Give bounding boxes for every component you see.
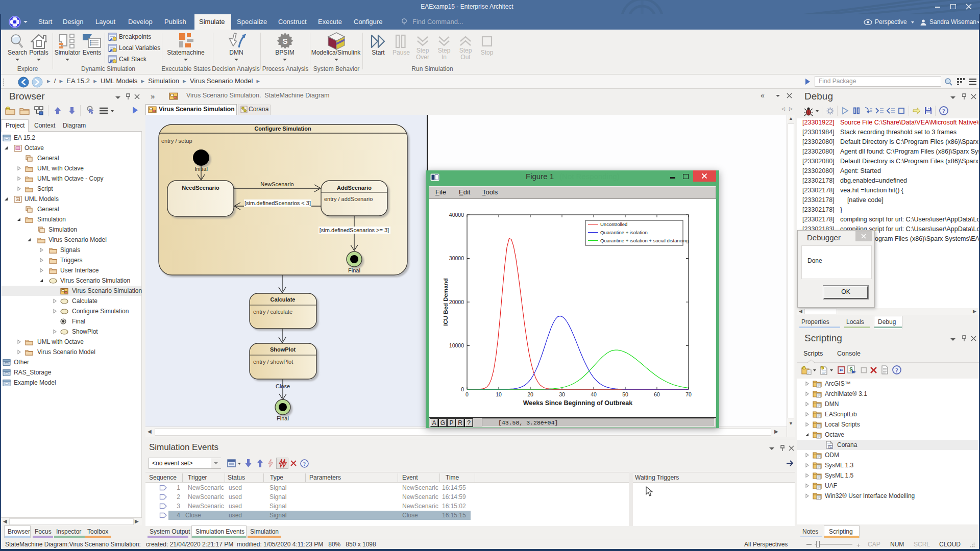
svg-text:NeedScenario: NeedScenario [182, 185, 219, 191]
svg-text:10: 10 [496, 391, 502, 397]
svg-text:Calculate: Calculate [271, 296, 296, 303]
svg-text:entry / setup: entry / setup [161, 138, 192, 144]
svg-text:70: 70 [685, 391, 692, 397]
svg-text:60: 60 [654, 391, 660, 397]
svg-text:entry / showPlot: entry / showPlot [253, 359, 293, 365]
svg-text:30: 30 [559, 391, 565, 397]
svg-text:20000: 20000 [449, 299, 464, 305]
svg-text:[sim.definedScenarios >= 3]: [sim.definedScenarios >= 3] [320, 227, 389, 233]
svg-text:ICU Bed Demand: ICU Bed Demand [443, 278, 449, 325]
svg-text:Quarantine + isolation: Quarantine + isolation [600, 230, 648, 235]
svg-text:?: ? [895, 367, 898, 374]
svg-text:40: 40 [591, 391, 597, 397]
svg-text:Uncontrolled: Uncontrolled [600, 221, 627, 227]
svg-text:20: 20 [527, 391, 533, 397]
svg-text:ShowPlot: ShowPlot [270, 346, 296, 353]
svg-text:0: 0 [461, 386, 464, 392]
svg-text:30000: 30000 [449, 255, 464, 261]
svg-text:10000: 10000 [449, 342, 464, 348]
svg-text:Weeks Since Beginning of Outbr: Weeks Since Beginning of Outbreak [523, 399, 632, 407]
svg-text:Configure Simulation: Configure Simulation [254, 126, 311, 132]
svg-text:NewScenario: NewScenario [260, 181, 293, 187]
svg-text:Final: Final [348, 267, 360, 273]
svg-text:[sim.definedScenarios < 3]: [sim.definedScenarios < 3] [244, 200, 311, 206]
svg-text:Close: Close [276, 383, 290, 389]
svg-text:entry / calculate: entry / calculate [253, 309, 292, 315]
svg-text:?: ? [303, 461, 306, 467]
svg-text:0: 0 [465, 391, 469, 397]
svg-text:AddScenario: AddScenario [337, 185, 372, 191]
svg-text:Quarantine + isolation + socia: Quarantine + isolation + social distanci… [600, 238, 689, 243]
svg-text:50: 50 [622, 391, 628, 397]
svg-text:40000: 40000 [449, 212, 464, 218]
svg-text:entry / addScenario: entry / addScenario [324, 196, 373, 202]
svg-text:S: S [282, 37, 287, 45]
svg-text:?: ? [942, 108, 945, 115]
svg-text:Final: Final [277, 415, 289, 421]
